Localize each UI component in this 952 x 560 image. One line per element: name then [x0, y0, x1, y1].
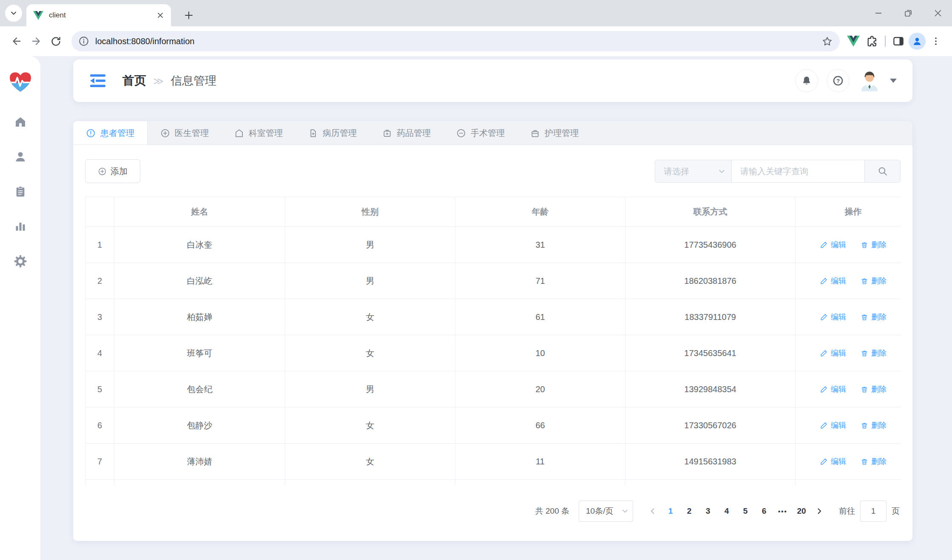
keyword-search-input[interactable]: [732, 160, 864, 183]
page-number-1[interactable]: 1: [661, 501, 680, 522]
cell-age: 31: [455, 227, 625, 263]
goto-page-input[interactable]: [860, 501, 887, 522]
breadcrumb-home[interactable]: 首页: [122, 73, 146, 89]
page-number-2[interactable]: 2: [680, 501, 699, 522]
goto-unit: 页: [892, 506, 900, 517]
edit-button[interactable]: 编辑: [820, 348, 846, 358]
browser-menu-button[interactable]: [926, 32, 945, 51]
tab-label: 医生管理: [175, 127, 209, 139]
delete-button[interactable]: 删除: [861, 348, 887, 358]
delete-label: 删除: [871, 420, 887, 430]
search-button[interactable]: [864, 160, 901, 183]
edit-button[interactable]: 编辑: [820, 312, 846, 322]
notifications-button[interactable]: [795, 69, 818, 92]
forward-button[interactable]: [26, 31, 46, 51]
page-number-6[interactable]: 6: [755, 501, 773, 522]
page-number-5[interactable]: 5: [736, 501, 755, 522]
delete-button[interactable]: 删除: [861, 276, 887, 286]
tab-medicine-management[interactable]: 药品管理: [369, 121, 443, 145]
more-pages-icon[interactable]: •••: [773, 501, 792, 522]
sidebar-item-records[interactable]: [11, 184, 29, 199]
question-icon: ?: [832, 75, 844, 87]
edit-button[interactable]: 编辑: [820, 240, 846, 250]
cell-phone: 17330567026: [625, 407, 796, 444]
new-tab-button[interactable]: [180, 7, 197, 24]
puzzle-icon: [866, 35, 878, 48]
cell-age: 66: [455, 407, 625, 444]
chevron-down-icon[interactable]: [889, 78, 897, 83]
tab-nursing-management[interactable]: 护理管理: [517, 121, 591, 145]
cell-age: 11: [455, 444, 625, 480]
user-icon: [14, 150, 27, 163]
browser-tab[interactable]: client: [26, 4, 171, 26]
collapse-sidebar-icon[interactable]: [88, 72, 107, 90]
window-minimize-button[interactable]: [864, 0, 892, 26]
side-panel-button[interactable]: [889, 32, 908, 51]
page-number-3[interactable]: 3: [699, 501, 717, 522]
sidebar-item-settings[interactable]: [11, 254, 29, 269]
browser-profile-button[interactable]: [908, 32, 926, 51]
tab-doctor-management[interactable]: 医生管理: [148, 121, 222, 145]
edit-button[interactable]: 编辑: [820, 276, 846, 286]
cell-gender: 女: [285, 407, 455, 444]
delete-button[interactable]: 删除: [861, 240, 887, 250]
extensions-button[interactable]: [863, 32, 881, 51]
add-button[interactable]: 添加: [85, 159, 140, 183]
page-size-select[interactable]: 10条/页: [579, 501, 633, 522]
tab-patient-management[interactable]: 患者管理: [73, 121, 148, 145]
window-restore-button[interactable]: [894, 0, 922, 26]
filter-select[interactable]: 请选择: [655, 160, 732, 183]
close-icon: [933, 8, 943, 18]
reload-button[interactable]: [46, 31, 65, 51]
bookmark-star-icon[interactable]: [821, 36, 833, 47]
tab-medical-record-management[interactable]: 病历管理: [296, 121, 369, 145]
cell-index: 3: [85, 299, 114, 335]
back-button[interactable]: [7, 31, 26, 51]
cell-index: 5: [85, 371, 114, 407]
delete-button[interactable]: 删除: [861, 420, 887, 430]
sidebar-item-users[interactable]: [11, 150, 29, 164]
breadcrumb: 首页 ≫ 信息管理: [122, 73, 216, 89]
tab-surgery-management[interactable]: 手术管理: [443, 121, 517, 145]
next-page-button[interactable]: [811, 501, 828, 522]
edit-label: 编辑: [831, 348, 846, 358]
pagination: 共 200 条 10条/页 1 2 3 4 5 6 ••• 20 前往 页: [73, 501, 900, 522]
trash-icon: [861, 385, 868, 393]
breadcrumb-current: 信息管理: [171, 73, 216, 88]
sidebar-item-home[interactable]: [11, 115, 29, 129]
search-group: 请选择: [655, 160, 901, 183]
col-header-phone: 联系方式: [625, 197, 796, 227]
vue-logo-icon: [847, 36, 860, 47]
delete-button[interactable]: 删除: [861, 312, 887, 322]
tab-search-button[interactable]: [5, 5, 22, 22]
tab-department-management[interactable]: 科室管理: [222, 121, 296, 145]
user-avatar[interactable]: [858, 69, 881, 92]
tab-close-icon[interactable]: [156, 11, 164, 19]
site-info-icon[interactable]: [78, 36, 89, 47]
delete-button[interactable]: 删除: [861, 456, 887, 467]
page-number-4[interactable]: 4: [717, 501, 736, 522]
vue-devtools-icon[interactable]: [844, 32, 863, 51]
cell-name: 白泓屹: [114, 263, 285, 299]
delete-button[interactable]: 删除: [861, 384, 887, 394]
tab-label: 药品管理: [397, 127, 431, 139]
home-icon: [14, 116, 27, 128]
cell-phone: 14915631983: [625, 444, 796, 480]
side-panel-icon: [892, 35, 905, 48]
cell-operations: 编辑删除: [796, 299, 901, 335]
delete-label: 删除: [871, 384, 887, 394]
window-close-button[interactable]: [924, 0, 952, 26]
cell-index: 1: [85, 227, 114, 263]
help-button[interactable]: ?: [827, 69, 850, 92]
sidebar-item-statistics[interactable]: [11, 219, 29, 234]
kebab-menu-icon: [931, 36, 941, 46]
svg-text:?: ?: [836, 78, 840, 84]
edit-button[interactable]: 编辑: [820, 456, 846, 467]
address-bar[interactable]: localhost:8080/information: [71, 31, 840, 51]
prev-page-button[interactable]: [644, 501, 661, 522]
page-number-last[interactable]: 20: [792, 501, 811, 522]
table-header-row: 姓名 性别 年龄 联系方式 操作: [85, 197, 901, 227]
edit-button[interactable]: 编辑: [820, 384, 846, 394]
edit-button[interactable]: 编辑: [820, 420, 846, 430]
person-icon: [912, 36, 922, 46]
